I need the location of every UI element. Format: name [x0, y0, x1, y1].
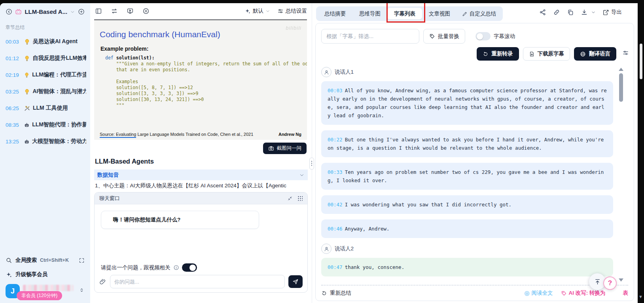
account-switch-icon[interactable] [79, 287, 85, 293]
send-button[interactable] [288, 275, 303, 288]
theater-mode-icon[interactable] [127, 8, 134, 15]
chapter-item[interactable]: 02:19 LLM编程：代理工作流... [0, 67, 90, 83]
subtitle-text: I was wondering what you saw that I did … [345, 202, 511, 208]
subtitle-scrollbar[interactable] [619, 68, 623, 282]
share-icon[interactable] [539, 9, 546, 16]
chapter-title: LLM编程：代理工作流... [32, 71, 86, 78]
video-title[interactable]: LLM-Based A... [25, 8, 67, 15]
chapter-time: 08:35 [6, 122, 21, 128]
subtitle-timestamp[interactable]: 00:33 [328, 169, 343, 175]
translate-language-button[interactable]: 翻译语言 [574, 47, 616, 61]
chapter-item[interactable]: 13:25 大模型智能体：劳动力... [0, 133, 90, 150]
attachment-icon[interactable] [99, 278, 106, 285]
screenshot-ask-button[interactable]: 截图问一问 [263, 143, 307, 154]
collapse-icon[interactable] [287, 196, 293, 201]
chapter-item[interactable]: 06:25 LLM 工具使用 [0, 100, 90, 116]
export-button[interactable]: 导出 [602, 9, 622, 16]
copy-icon[interactable] [567, 9, 574, 16]
subtitle-scroll-toggle[interactable] [475, 32, 491, 40]
export-icon [602, 9, 609, 16]
subtitle-list: 说话人1 00:03All of you know, Andrew wing, … [321, 65, 613, 282]
help-button[interactable]: ? [603, 276, 617, 290]
drag-grid-icon[interactable] [297, 196, 303, 201]
window-scroll-arrow[interactable]: ▼ [638, 294, 643, 299]
video-context-toggle[interactable] [182, 263, 197, 272]
chevron-down-icon[interactable] [299, 172, 305, 178]
tab-custom-summary[interactable]: 自定义总结 [457, 8, 501, 19]
file-download-icon [529, 51, 535, 57]
chat-title: 聊天窗口 [99, 195, 120, 202]
top-action-icons: 导出 [539, 9, 622, 16]
watermark: bilibili [286, 25, 301, 31]
membership-badge: 非会员 (120分钟) [17, 291, 62, 300]
chapter-time: 01:12 [6, 55, 21, 61]
summary-settings-button[interactable]: 总结设置 [277, 8, 307, 15]
pause-icon[interactable] [142, 8, 150, 15]
add-icon[interactable] [78, 8, 85, 15]
scroll-up-arrow[interactable] [619, 68, 623, 71]
tab-mindmap[interactable]: 思维导图 [352, 8, 387, 19]
panel-resize-handle[interactable] [309, 158, 314, 170]
ai-rewrite-button[interactable]: AI 改写: 转换为 表 [561, 290, 629, 297]
global-search[interactable]: 全局搜索 Ctrl+Shift+K [5, 253, 85, 267]
subtitle-timestamp[interactable]: 00:46 [328, 226, 343, 232]
chapter-time: 02:19 [6, 72, 21, 78]
search-shortcut: Ctrl+Shift+K [40, 257, 69, 263]
chat-input[interactable] [110, 275, 285, 288]
player-panel: 默认 总结设置 bilibili Coding benchmark (Human… [90, 3, 312, 303]
tab-article-view[interactable]: 文章视图 [422, 8, 457, 19]
code-example: solution([30, 13, 24, 321]) ==>0 [105, 97, 204, 102]
global-search-label: 全局搜索 [15, 257, 37, 264]
code-example: solution([5, 8, 7, 1]) ==>12 [105, 85, 193, 90]
subtitle-timestamp[interactable]: 00:42 [328, 202, 343, 208]
upgrade-membership[interactable]: 升级畅享会员 [5, 267, 85, 282]
scrollbar-thumb[interactable] [619, 73, 623, 102]
read-full-text-button[interactable]: ◎ 阅读全文 [524, 290, 553, 297]
slide-source: Large Language Models Trained on Code, C… [136, 132, 253, 137]
app-window: LLM-Based A... 章节总结 00:03 吴恩达谈AI Agent 0… [0, 3, 638, 303]
sidebar-bottom: 全局搜索 Ctrl+Shift+K 升级畅享会员 J 非会员 (120分钟) [0, 253, 90, 299]
back-icon[interactable] [6, 8, 12, 15]
toggle-sidebar-icon[interactable] [95, 8, 102, 15]
replace-seal-icon [429, 33, 435, 39]
subtitle-timestamp[interactable]: 00:47 [328, 264, 343, 270]
link-icon[interactable] [553, 9, 560, 16]
resummarize-button[interactable]: 重新总结 [321, 290, 351, 297]
model-preset-dropdown[interactable]: 默认 [244, 8, 270, 15]
tab-subtitle-list[interactable]: 字幕列表 [387, 8, 422, 19]
subtitle-settings-icon[interactable] [622, 50, 629, 56]
subtitle-entry[interactable]: 00:22But one thing I've always wanted to… [321, 130, 613, 157]
scroll-down-arrow[interactable] [619, 278, 623, 282]
subtitle-entry[interactable]: 00:03All of you know, Andrew wing, as a … [321, 81, 613, 125]
video-frame[interactable]: bilibili Coding benchmark (HumanEval) Ex… [94, 20, 307, 140]
chapter-item[interactable]: 00:03 吴恩达谈AI Agent [0, 33, 90, 50]
download-icon[interactable] [581, 9, 588, 16]
slide-author: Andrew Ng [278, 132, 301, 137]
subtitle-timestamp[interactable]: 00:22 [328, 137, 343, 143]
chapter-item[interactable]: 01:12 自我反思提升LLM效率 [0, 50, 90, 67]
batch-replace-button[interactable]: 批量替换 [423, 29, 465, 44]
player-toolbar: 默认 总结设置 [90, 3, 312, 19]
tools-icon [24, 105, 30, 112]
retranscribe-button[interactable]: 重新转录 [477, 47, 519, 61]
data-source-section[interactable]: 数据知音 [94, 170, 308, 180]
subtitle-filter-input[interactable] [321, 29, 419, 44]
expand-icon[interactable] [79, 257, 85, 263]
download-original-subtitle-button[interactable]: 下载原字幕 [523, 47, 570, 61]
subtitle-actions-row: 重新转录 下载原字幕 翻译语言 [477, 47, 617, 61]
subtitle-entry[interactable]: 00:42I was wondering what you saw that I… [321, 195, 613, 214]
chapter-item[interactable]: 08:35 LLM智能代理：协作新... [0, 116, 90, 133]
tab-summary[interactable]: 总结摘要 [318, 8, 352, 19]
subtitle-timestamp[interactable]: 00:03 [328, 88, 343, 93]
swap-layout-icon[interactable] [111, 8, 118, 15]
slide-footer: Source: Evaluating Large Language Models… [100, 132, 301, 137]
resummarize-label: 重新总结 [330, 290, 351, 297]
subtitle-entry[interactable]: 00:46Anyway, Andrew. [321, 219, 613, 238]
window-scrollbar[interactable] [640, 44, 642, 79]
chevron-down-icon[interactable] [70, 9, 75, 15]
chapter-item[interactable]: 03:25 AI智能体：混乱与潜力 [0, 83, 90, 100]
user-account[interactable]: J 非会员 (120分钟) [5, 282, 85, 299]
chevron-down-icon[interactable] [591, 10, 596, 15]
subtitle-entry[interactable]: 00:33Ten years ago on problem set number… [321, 163, 613, 190]
subtitle-entry[interactable]: 00:47thank you, conscene. [321, 258, 613, 276]
